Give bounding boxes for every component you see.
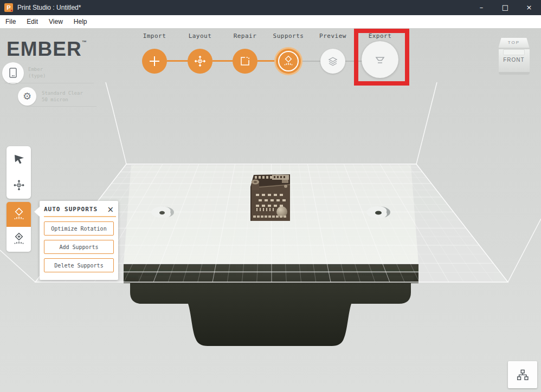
close-button[interactable]: × (517, 0, 541, 15)
add-supports-button[interactable]: Add Supports (44, 240, 114, 254)
menu-file[interactable]: File (5, 18, 16, 25)
scene-tree-button[interactable] (508, 361, 537, 388)
move-icon (12, 179, 25, 192)
platform-recess-right (366, 206, 390, 218)
step-label-export: Export (369, 32, 392, 40)
step-export-button[interactable] (362, 41, 398, 78)
supports-active-ring (276, 49, 301, 74)
panel-body: Optimize Rotation Add Supports Delete Su… (40, 217, 118, 272)
connector (257, 60, 275, 62)
move-icon (194, 55, 207, 68)
menu-view[interactable]: View (49, 18, 63, 25)
auto-supports-tool-button[interactable] (7, 202, 31, 227)
platform-recess-left (151, 206, 174, 218)
material-settings-button[interactable]: ⚙ (18, 87, 36, 106)
cursor-icon (12, 153, 25, 166)
view-cube-front-face[interactable]: FRONT (499, 49, 530, 72)
step-repair-button[interactable] (233, 49, 257, 74)
step-label-repair: Repair (234, 32, 257, 40)
connector (212, 60, 233, 62)
gear-icon: ⚙ (23, 92, 31, 101)
step-label-supports: Supports (273, 32, 304, 40)
auto-supports-icon (12, 207, 26, 221)
toolbar-select-group (7, 146, 31, 199)
app-icon-dot (11, 10, 12, 11)
material-label: Standard Clear 50 micron (42, 90, 83, 103)
step-label-import: Import (143, 32, 166, 40)
model-object[interactable] (250, 174, 290, 221)
step-label-preview: Preview (319, 32, 346, 40)
step-preview-button[interactable] (320, 49, 345, 74)
supports-icon (282, 55, 294, 67)
menu-edit[interactable]: Edit (27, 18, 38, 25)
close-icon[interactable]: × (107, 206, 114, 213)
printer-select-button[interactable] (2, 62, 24, 84)
connector (345, 61, 362, 62)
repair-icon (239, 55, 251, 67)
printer-icon (7, 67, 19, 80)
step-import-button[interactable] (142, 49, 167, 74)
export-icon (372, 52, 388, 67)
toolbar-supports-group (7, 202, 31, 252)
app-icon: P (4, 3, 13, 12)
step-layout-button[interactable] (188, 49, 212, 74)
view-cube[interactable]: TOP FRONT (498, 38, 530, 75)
view-cube-notch (503, 49, 525, 55)
optimize-rotation-button[interactable]: Optimize Rotation (44, 221, 114, 236)
manual-supports-tool-button[interactable] (7, 227, 31, 252)
select-tool-button[interactable] (7, 146, 31, 172)
plus-icon (149, 55, 160, 67)
panel-pointer (34, 207, 40, 217)
auto-supports-panel: AUTO SUPPORTS × Optimize Rotation Add Su… (40, 201, 118, 280)
panel-title: AUTO SUPPORTS (44, 206, 98, 213)
print-studio-window: P Print Studio : Untitled* – □ × File Ed… (0, 0, 541, 392)
divider (4, 83, 94, 83)
titlebar: P Print Studio : Untitled* – □ × (0, 0, 541, 15)
window-controls: – □ × (469, 0, 541, 15)
menu-help[interactable]: Help (74, 18, 87, 25)
view-cube-base (499, 72, 530, 75)
move-tool-button[interactable] (7, 172, 31, 198)
hierarchy-icon (515, 368, 530, 382)
menubar: File Edit View Help (0, 15, 541, 28)
layers-icon (327, 55, 339, 67)
minimize-button[interactable]: – (469, 0, 493, 15)
step-label-layout: Layout (189, 32, 212, 40)
divider (27, 106, 96, 107)
window-title: Print Studio : Untitled* (17, 4, 81, 11)
connector (302, 61, 321, 62)
maximize-button[interactable]: □ (493, 0, 517, 15)
printer-label: Ember (type) (28, 66, 46, 79)
manual-supports-icon (12, 232, 26, 246)
delete-supports-button[interactable]: Delete Supports (44, 258, 114, 272)
ember-logo: EMBER™ (7, 38, 87, 61)
view-cube-top-face[interactable]: TOP (499, 38, 530, 48)
trademark: ™ (82, 40, 87, 45)
connector (167, 60, 188, 62)
step-supports-button[interactable] (274, 47, 302, 75)
panel-header: AUTO SUPPORTS × (40, 201, 118, 213)
